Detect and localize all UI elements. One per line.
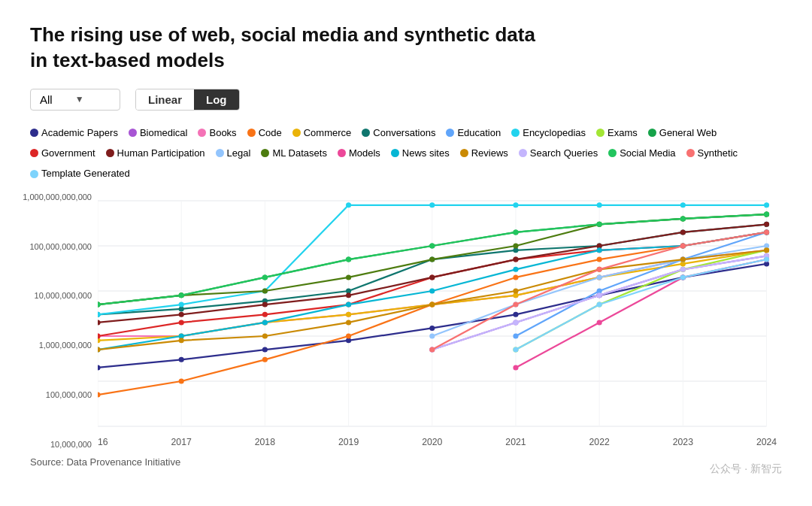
dropdown-value: All: [40, 93, 53, 106]
y-axis-label: 10,000,000,000: [35, 292, 92, 300]
svg-point-59: [346, 312, 351, 317]
svg-point-156: [597, 292, 602, 298]
svg-point-109: [98, 320, 101, 325]
svg-point-155: [513, 320, 518, 325]
svg-point-139: [346, 301, 351, 307]
svg-point-145: [98, 347, 101, 352]
svg-point-164: [513, 229, 518, 235]
svg-point-85: [680, 202, 686, 208]
page-title: The rising use of web, social media and …: [30, 23, 556, 74]
svg-text:2022: 2022: [589, 437, 611, 447]
legend-item: Encyclopedias: [511, 124, 586, 141]
svg-point-114: [513, 256, 518, 262]
legend-item: Legal: [216, 144, 251, 162]
legend-item: Synthetic: [686, 144, 738, 162]
svg-point-86: [764, 202, 769, 208]
svg-point-112: [346, 292, 351, 298]
svg-point-83: [513, 202, 518, 208]
chart-container: 201620172018201920202021202220232024: [98, 193, 782, 449]
svg-point-159: [98, 301, 101, 307]
chevron-down-icon: ▼: [75, 94, 84, 105]
log-toggle-btn[interactable]: Log: [194, 89, 239, 110]
svg-point-168: [429, 347, 435, 352]
svg-point-126: [346, 274, 351, 280]
legend-item: Books: [198, 124, 236, 141]
svg-point-79: [179, 301, 184, 307]
svg-point-173: [513, 347, 518, 352]
svg-point-74: [513, 333, 518, 338]
svg-point-84: [597, 202, 602, 208]
svg-point-148: [346, 320, 351, 325]
svg-point-48: [179, 378, 184, 383]
svg-point-171: [680, 243, 686, 248]
svg-point-141: [513, 267, 518, 272]
legend-item: Models: [338, 144, 380, 162]
legend-item: Code: [247, 124, 282, 141]
svg-point-176: [764, 256, 769, 262]
svg-point-138: [262, 320, 268, 325]
svg-point-82: [429, 202, 435, 208]
svg-point-150: [513, 288, 518, 293]
svg-point-110: [179, 312, 184, 317]
controls-bar: All ▼ Linear Log: [30, 89, 782, 111]
legend-item: Search Queries: [519, 144, 598, 162]
svg-point-170: [597, 267, 602, 272]
legend-item: News sites: [391, 144, 450, 162]
svg-point-165: [597, 222, 602, 227]
svg-point-49: [262, 357, 268, 362]
legend-item: Human Participation: [106, 144, 205, 162]
svg-point-113: [429, 274, 435, 280]
scale-toggle-group: Linear Log: [135, 89, 240, 111]
svg-point-47: [98, 392, 101, 397]
linear-toggle-btn[interactable]: Linear: [136, 89, 194, 110]
svg-point-125: [262, 288, 268, 293]
svg-point-157: [680, 267, 686, 272]
svg-text:2024: 2024: [756, 437, 777, 447]
svg-point-100: [98, 333, 101, 338]
svg-point-52: [513, 274, 518, 280]
svg-point-117: [764, 222, 769, 227]
svg-point-26: [262, 347, 268, 352]
legend-item: Reviews: [460, 144, 508, 162]
svg-text:2017: 2017: [171, 437, 192, 447]
svg-point-28: [429, 326, 435, 331]
svg-text:2019: 2019: [338, 437, 359, 447]
svg-point-160: [179, 292, 184, 298]
svg-point-153: [764, 247, 769, 253]
svg-text:2016: 2016: [98, 437, 108, 447]
svg-point-147: [262, 333, 268, 338]
svg-text:2018: 2018: [255, 437, 276, 447]
y-axis-label: 100,000,000: [46, 391, 92, 399]
legend-item: General Web: [648, 124, 717, 141]
svg-point-149: [429, 301, 435, 307]
svg-point-127: [429, 256, 435, 262]
svg-point-175: [680, 274, 686, 280]
svg-point-116: [680, 229, 686, 235]
svg-point-132: [513, 365, 518, 370]
legend-item: Academic Papers: [30, 124, 118, 141]
svg-point-162: [346, 256, 351, 262]
svg-point-161: [262, 274, 268, 280]
svg-point-169: [513, 301, 518, 307]
y-axis-label: 1,000,000,000,000: [23, 193, 92, 201]
svg-point-24: [98, 365, 101, 370]
legend-item: Conversations: [362, 124, 435, 141]
legend-item: Social Media: [608, 144, 675, 162]
svg-point-174: [597, 301, 602, 307]
svg-point-50: [346, 333, 351, 338]
svg-point-25: [179, 357, 184, 362]
svg-point-140: [429, 288, 435, 293]
svg-point-166: [680, 216, 686, 221]
y-axis-label: 10,000,000: [50, 441, 92, 449]
legend-item: Exams: [596, 124, 638, 141]
svg-point-29: [513, 312, 518, 317]
svg-point-78: [98, 312, 101, 317]
legend-item: Education: [446, 124, 501, 141]
y-axis-label: 100,000,000,000: [29, 243, 92, 251]
svg-point-128: [513, 243, 518, 248]
svg-point-172: [764, 229, 769, 235]
svg-point-111: [262, 301, 268, 307]
svg-text:2020: 2020: [422, 437, 443, 447]
filter-dropdown[interactable]: All ▼: [30, 89, 120, 111]
legend-item: Government: [30, 144, 95, 162]
